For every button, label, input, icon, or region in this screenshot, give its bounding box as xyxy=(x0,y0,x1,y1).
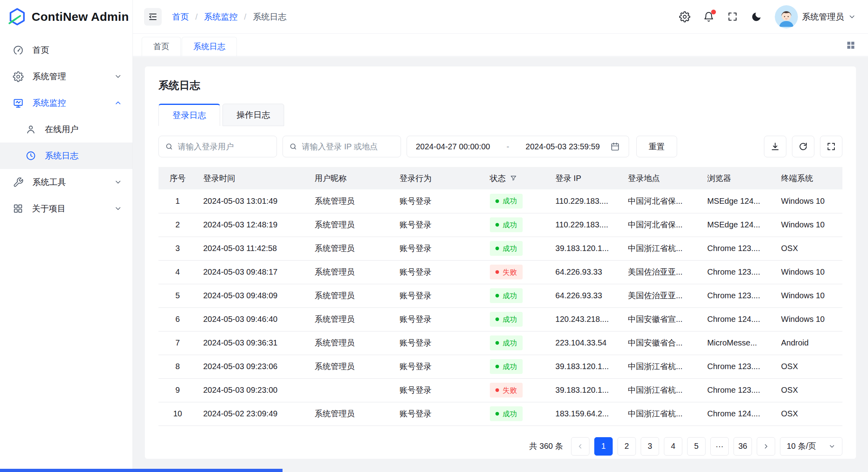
moon-icon xyxy=(751,11,762,22)
page-button[interactable]: 5 xyxy=(687,437,706,456)
sidebar-item-online-users[interactable]: 在线用户 xyxy=(0,116,132,143)
sidebar: ContiNew Admin 首页 系统管理 xyxy=(0,0,133,472)
table-row: 9 2024-05-03 09:23:00 账号登录 失败 39.183.120… xyxy=(158,378,842,402)
next-page-button[interactable] xyxy=(757,437,775,456)
col-ip: 登录 IP xyxy=(549,167,621,189)
notifications-button[interactable] xyxy=(703,11,714,22)
cell-ip: 223.104.33.54 xyxy=(549,331,621,355)
theme-toggle-button[interactable] xyxy=(751,11,762,22)
cell-index: 10 xyxy=(158,402,197,426)
page-button[interactable]: 36 xyxy=(734,437,752,456)
status-badge: 成功 xyxy=(490,241,523,256)
cell-behavior: 账号登录 xyxy=(393,189,483,213)
topbar: 首页 / 系统监控 / 系统日志 xyxy=(133,0,868,34)
cell-status: 失败 xyxy=(483,378,549,402)
pagination: 共 360 条 12345···36 10 条/页 xyxy=(158,437,842,456)
sidebar-item-system-tools[interactable]: 系统工具 xyxy=(0,169,132,195)
page-tabs-bar: 首页 系统日志 xyxy=(133,34,868,56)
tab-list-button[interactable] xyxy=(845,39,857,51)
chevron-down-icon xyxy=(828,443,836,450)
notification-badge xyxy=(711,10,716,14)
gear-icon xyxy=(13,71,24,82)
tab-login-log[interactable]: 登录日志 xyxy=(158,104,220,126)
table-row: 10 2024-05-02 23:09:49 系统管理员 账号登录 成功 183… xyxy=(158,402,842,426)
page-button[interactable]: 2 xyxy=(617,437,636,456)
cell-behavior: 账号登录 xyxy=(393,378,483,402)
cell-status: 成功 xyxy=(483,213,549,237)
cell-nickname: 系统管理员 xyxy=(308,307,393,331)
sidebar-item-about-project[interactable]: 关于项目 xyxy=(0,195,132,222)
tab-system-log[interactable]: 系统日志 xyxy=(182,37,237,56)
login-ip-input[interactable] xyxy=(302,142,394,151)
sidebar-item-home[interactable]: 首页 xyxy=(0,37,132,63)
sidebar-item-label: 首页 xyxy=(32,44,49,56)
apps-grid-icon xyxy=(845,39,857,51)
page-size-select[interactable]: 10 条/页 xyxy=(780,437,842,456)
sidebar-item-system-monitor[interactable]: 系统监控 xyxy=(0,90,132,116)
status-badge: 成功 xyxy=(490,194,523,209)
breadcrumb-home[interactable]: 首页 xyxy=(172,11,189,22)
cell-browser: Chrome 124.... xyxy=(701,307,775,331)
login-user-input[interactable] xyxy=(178,142,270,151)
page-button[interactable]: 4 xyxy=(664,437,682,456)
prev-page-button[interactable] xyxy=(571,437,589,456)
cell-nickname: 系统管理员 xyxy=(308,189,393,213)
search-icon xyxy=(165,142,173,151)
sidebar-item-system-log[interactable]: 系统日志 xyxy=(0,143,132,169)
status-badge: 成功 xyxy=(490,406,523,421)
page-list: 12345···36 xyxy=(594,437,752,456)
chevron-down-icon xyxy=(114,72,122,80)
table-row: 5 2024-05-03 09:48:09 系统管理员 账号登录 成功 64.2… xyxy=(158,284,842,307)
cell-index: 8 xyxy=(158,355,197,378)
status-badge: 成功 xyxy=(490,359,523,374)
fullscreen-button[interactable] xyxy=(727,11,738,22)
col-status: 状态 xyxy=(483,167,549,189)
refresh-icon xyxy=(798,142,808,151)
cell-status: 成功 xyxy=(483,355,549,378)
tab-operation-log[interactable]: 操作日志 xyxy=(223,104,284,126)
status-filter-icon[interactable] xyxy=(510,175,517,182)
fullscreen-icon xyxy=(727,11,738,22)
col-location: 登录地点 xyxy=(621,167,701,189)
table-fullscreen-button[interactable] xyxy=(820,136,842,157)
cell-browser: Chrome 123.... xyxy=(701,378,775,402)
login-user-search xyxy=(158,136,277,157)
table-row: 4 2024-05-03 09:48:17 系统管理员 账号登录 失败 64.2… xyxy=(158,260,842,284)
cell-nickname: 系统管理员 xyxy=(308,237,393,260)
date-range-picker[interactable]: 2024-04-27 00:00:00 - 2024-05-03 23:59:5… xyxy=(407,136,629,157)
expand-icon xyxy=(826,142,836,151)
cell-browser: MicroMesse... xyxy=(701,331,775,355)
cell-location: 中国安徽省合... xyxy=(621,331,701,355)
cell-index: 1 xyxy=(158,189,197,213)
cell-location: 中国浙江省杭... xyxy=(621,355,701,378)
cell-ip: 64.226.93.33 xyxy=(549,284,621,307)
cell-behavior: 账号登录 xyxy=(393,355,483,378)
app-title: ContiNew Admin xyxy=(32,10,129,24)
export-button[interactable] xyxy=(764,136,786,157)
cell-index: 4 xyxy=(158,260,197,284)
tab-home[interactable]: 首页 xyxy=(142,37,181,56)
refresh-button[interactable] xyxy=(792,136,814,157)
cell-login-time: 2024-05-03 09:36:31 xyxy=(197,331,309,355)
page-size-value: 10 条/页 xyxy=(787,441,816,452)
page-title: 系统日志 xyxy=(158,78,842,92)
dashboard-icon xyxy=(13,45,24,56)
user-menu[interactable]: 系统管理员 xyxy=(775,5,856,28)
breadcrumb-separator: / xyxy=(244,12,247,22)
page-button[interactable]: 1 xyxy=(594,437,613,456)
cell-ip: 39.183.120.1... xyxy=(549,378,621,402)
cell-ip: 120.243.218.... xyxy=(549,307,621,331)
cell-os: OSX xyxy=(775,402,842,426)
settings-button[interactable] xyxy=(679,11,690,22)
breadcrumb-system-monitor[interactable]: 系统监控 xyxy=(204,11,238,22)
cell-nickname xyxy=(308,378,393,402)
page-ellipsis-button[interactable]: ··· xyxy=(710,437,729,456)
cell-nickname: 系统管理员 xyxy=(308,213,393,237)
sidebar-item-system-management[interactable]: 系统管理 xyxy=(0,63,132,90)
page-button[interactable]: 3 xyxy=(641,437,659,456)
cell-os: Windows 10 xyxy=(775,307,842,331)
sidebar-collapse-button[interactable] xyxy=(144,8,162,26)
cell-os: Windows 10 xyxy=(775,260,842,284)
reset-button[interactable]: 重置 xyxy=(636,136,677,157)
cell-ip: 110.229.183.... xyxy=(549,189,621,213)
